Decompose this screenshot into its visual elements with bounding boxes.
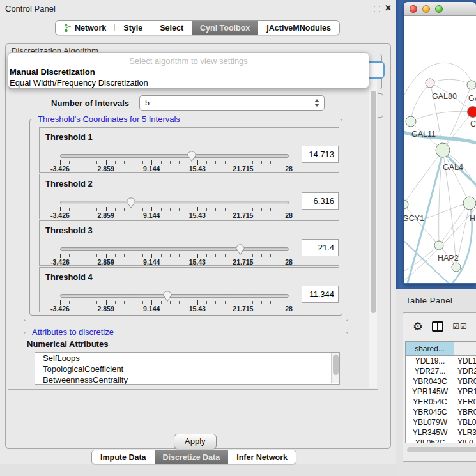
threshold-3-value-field[interactable]: 21.4 [302,239,339,256]
bottom-tabstrip: Impute Data Discretize Data Infer Networ… [91,450,296,464]
threshold-1-slider[interactable] [60,154,289,158]
gear-icon[interactable]: ⚙ [413,321,423,332]
threshold-1-value-field[interactable]: 14.713 [302,146,339,163]
zoom-traffic-icon[interactable] [435,5,443,13]
column-header-shared-name[interactable]: shared... [406,342,454,355]
table-row[interactable]: YBL079WYBL0 [406,417,476,427]
tab-select[interactable]: Select [151,21,192,35]
threshold-2-scale: -3.426 2.859 9.144 15.43 21.715 28 [60,211,289,219]
network-view-window[interactable]: GAL80 GA C GAL11 GAL4 GCY1 H HAP2 [404,2,476,284]
table-header-row: shared... n [406,342,476,356]
settings-scrollbar[interactable] [369,77,377,388]
node-label-partial-h: H [470,214,475,223]
network-icon [64,24,72,33]
table-row[interactable]: YBR043CYBR0 [406,376,476,387]
network-window-titlebar[interactable] [404,2,476,16]
network-canvas[interactable]: GAL80 GA C GAL11 GAL4 GCY1 H HAP2 [404,16,476,283]
number-of-intervals-label: Number of Intervals [51,98,129,108]
table-row[interactable]: YLR345WYLR3 [406,427,476,438]
close-icon[interactable]: ✕ [385,3,392,13]
threshold-1-scale: -3.426 2.859 9.144 15.43 21.715 28 [60,165,289,173]
threshold-4-slider[interactable] [60,294,289,298]
threshold-4-scale: -3.426 2.859 9.144 21.715 15.43 28 [60,305,289,312]
column-header-name[interactable]: n [454,342,476,355]
tab-cyni-label: Cyni Toolbox [200,24,250,33]
scrollbar-thumb[interactable] [371,91,376,313]
node-label-partial-ga: GA [468,94,476,103]
list-item[interactable]: SelfLoops [35,353,339,364]
option-equal-width-frequency[interactable]: Equal Width/Frequency Discretization [10,78,148,88]
list-item[interactable]: BetweennessCentrality [35,374,339,385]
combobox-arrows-icon [314,99,319,107]
node-label-hap2: HAP2 [438,254,459,263]
threshold-2-value-field[interactable]: 6.316 [302,192,339,210]
table-row[interactable]: YPR145WYPR1 [406,387,476,397]
table-row[interactable]: YDR27...YDR2 [406,366,476,376]
option-manual-discretization[interactable]: Manual Discretization [10,67,95,77]
tab-style[interactable]: Style [115,21,151,35]
select-columns-icons[interactable]: ☑☑ [452,322,468,331]
minimize-traffic-icon[interactable] [422,5,430,13]
number-of-intervals-combobox[interactable]: 5 [139,95,325,111]
node-gcy1[interactable] [404,200,408,209]
threshold-3-label: Threshold 3 [45,226,93,235]
settings-scrollpane: Interval Definition Number of Intervals … [8,75,378,390]
thresholds-group-label: Threshold's Coordinates for 5 Intervals [35,114,183,124]
threshold-4-block: Threshold 4 -3.426 2.859 9.144 2 [39,267,339,312]
close-traffic-icon[interactable] [410,5,417,13]
node-table[interactable]: shared... n YDL19...YDL1 YDR27...YDR2 YB… [405,341,476,443]
node-label-gal80: GAL80 [432,92,457,101]
threshold-3-slider[interactable] [60,247,289,251]
attributes-group-label: Attributes to discretize [29,327,116,337]
minor-ticks [60,208,289,211]
node-gal11[interactable] [406,116,416,127]
minor-ticks [60,161,289,164]
tab-impute-label: Impute Data [100,453,146,462]
node-right[interactable] [463,197,476,210]
control-panel: Control Panel ✕ Network Style Select Cyn… [0,0,396,464]
table-toolbar: ⚙ ☑☑ [403,313,476,340]
tab-network-label: Network [75,24,106,33]
attributes-group: Attributes to discretize Numerical Attri… [24,332,348,390]
interval-definition-group: Interval Definition Number of Intervals … [24,84,348,321]
threshold-1-label: Threshold 1 [45,132,93,142]
apply-button[interactable]: Apply [174,434,217,449]
threshold-2-slider[interactable] [60,201,289,204]
tab-impute-data[interactable]: Impute Data [92,450,155,464]
node-bottom-partial[interactable] [452,263,461,272]
float-window-icon[interactable] [374,6,380,12]
table-horizontal-scrollbar[interactable] [407,447,476,452]
column-layout-icon[interactable] [432,321,443,332]
panel-title: Control Panel [5,4,56,13]
tab-discretize-data[interactable]: Discretize Data [155,450,229,464]
table-row[interactable]: YBR045CYBR0 [406,407,476,417]
list-item[interactable]: TopologicalCoefficient [35,364,339,374]
threshold-3-block: Threshold 3 -3.426 2.859 9.144 1 [39,220,339,266]
table-row[interactable]: YIL052CYIL0 [406,438,476,443]
node-gal80[interactable] [426,79,434,88]
node-selected-red[interactable] [468,107,476,118]
table-row[interactable]: YER054CYER0 [406,397,476,407]
table-panel-box: ⚙ ☑☑ shared... n YDL19...YDL1 YDR27...YD… [403,312,476,462]
node-hap2[interactable] [434,241,443,250]
tab-infer-network[interactable]: Infer Network [228,450,296,464]
numerical-attributes-label: Numerical Attributes [27,339,108,349]
threshold-4-value-field[interactable]: 11.344 [302,286,339,303]
tab-network[interactable]: Network [56,21,114,35]
tab-jactivemnodules[interactable]: jActiveMNodules [258,21,339,35]
tab-cyni-toolbox[interactable]: Cyni Toolbox [192,21,258,35]
tab-style-label: Style [123,24,142,33]
node-label-gal4: GAL4 [443,163,463,172]
threshold-2-label: Threshold 2 [45,179,93,188]
node-label-gcy1: GCY1 [404,214,424,223]
table-panel-title: Table Panel [406,296,452,305]
node-gal4[interactable] [436,143,450,157]
numerical-attributes-list[interactable]: SelfLoops TopologicalCoefficient Between… [35,352,340,385]
table-row[interactable]: YDL19...YDL1 [406,356,476,366]
desktop-background: GAL80 GA C GAL11 GAL4 GCY1 H HAP2 [396,0,476,289]
node-label-gal11: GAL11 [411,130,436,139]
screenshot-root: Control Panel ✕ Network Style Select Cyn… [0,0,476,476]
node-partial-top[interactable] [467,81,476,89]
list-scrollbar[interactable] [331,353,339,383]
number-of-intervals-value: 5 [145,98,150,107]
